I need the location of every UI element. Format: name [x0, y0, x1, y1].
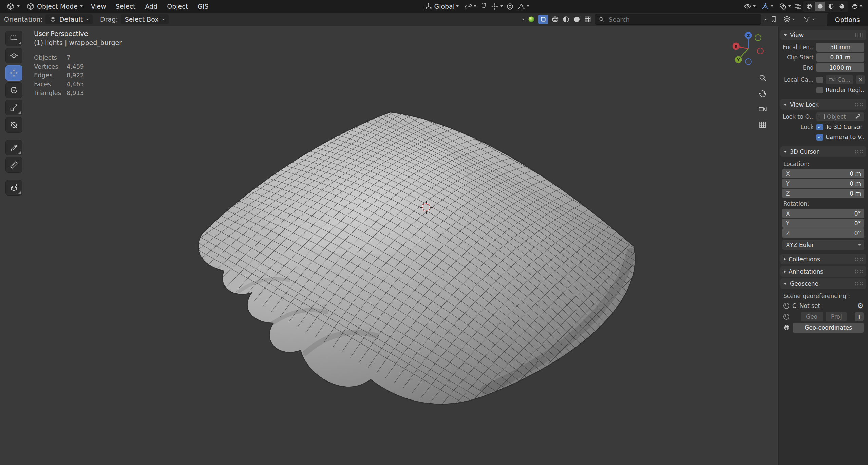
- plus-icon: +: [856, 313, 862, 320]
- gizmo-axis-neg-z[interactable]: [745, 59, 751, 65]
- drag-mode-dropdown[interactable]: Select Box: [121, 14, 169, 24]
- swatch-sphere-icon[interactable]: [527, 15, 535, 23]
- object-type-visibility-dropdown[interactable]: [741, 2, 758, 11]
- georeferencing-label: Scene georeferencing :: [782, 291, 864, 300]
- tool-move[interactable]: [5, 65, 22, 81]
- clip-start-field[interactable]: 0.01 m: [816, 53, 864, 62]
- chevron-down-icon: [792, 19, 795, 20]
- tool-scale[interactable]: [5, 100, 22, 115]
- camera-to-view-checkbox[interactable]: ✓: [816, 134, 823, 141]
- local-camera-checkbox[interactable]: [816, 77, 823, 83]
- radio-icon[interactable]: [783, 314, 789, 320]
- chevron-down-icon[interactable]: [764, 19, 767, 20]
- tool-transform[interactable]: [5, 117, 22, 133]
- annotate-pencil-icon: [9, 143, 19, 152]
- geo-button[interactable]: Geo: [801, 312, 823, 321]
- search-input[interactable]: [608, 16, 758, 23]
- eyedropper-icon[interactable]: [855, 113, 862, 120]
- add-crs-button[interactable]: +: [855, 312, 864, 321]
- to-3d-cursor-checkbox[interactable]: ✓: [816, 124, 823, 130]
- show-overlays-dropdown[interactable]: [776, 2, 793, 11]
- gizmo-axis-neg-x[interactable]: [757, 48, 763, 54]
- render-region-checkbox[interactable]: [816, 87, 823, 93]
- cursor-rotation-z[interactable]: Z0°: [782, 228, 864, 238]
- tool-cursor[interactable]: [5, 48, 22, 63]
- cursor-location-x[interactable]: X0 m: [782, 169, 864, 178]
- tool-add-cube[interactable]: [5, 180, 22, 196]
- snap-settings-dropdown[interactable]: [488, 2, 505, 11]
- focal-length-field[interactable]: 50 mm: [816, 43, 864, 52]
- cursor-rotation-y[interactable]: Y0°: [782, 219, 864, 228]
- viewport-3d[interactable]: [0, 0, 868, 465]
- options-tab[interactable]: Options: [827, 13, 868, 26]
- sphere-option-a-icon[interactable]: [551, 15, 559, 23]
- geo-coordinates-button[interactable]: Geo-coordinates: [793, 323, 864, 333]
- rotation-mode-dropdown[interactable]: XYZ Euler: [782, 240, 864, 250]
- panel-title: Geoscene: [790, 280, 818, 287]
- cursor-rotation-x[interactable]: X0°: [782, 209, 864, 218]
- panel-header-collections[interactable]: Collections: [780, 254, 866, 264]
- tool-rotate[interactable]: [5, 82, 22, 98]
- menu-object[interactable]: Object: [163, 0, 192, 13]
- pan-hand-icon[interactable]: [758, 89, 767, 98]
- shading-material-button[interactable]: [826, 2, 836, 11]
- show-gizmos-dropdown[interactable]: [759, 2, 776, 11]
- clear-camera-button[interactable]: ×: [856, 75, 865, 84]
- gizmo-axis-neg-y[interactable]: [755, 35, 761, 41]
- panel-header-geoscene[interactable]: Geoscene: [780, 278, 866, 289]
- proportional-editing-icon[interactable]: [506, 2, 514, 11]
- chevron-down-icon[interactable]: [522, 19, 525, 20]
- shading-rendered-button[interactable]: [837, 2, 847, 11]
- proj-button[interactable]: Proj: [826, 312, 847, 321]
- sphere-option-b-icon[interactable]: [562, 15, 570, 23]
- tool-measure[interactable]: [5, 157, 22, 173]
- filter-dropdown[interactable]: [800, 15, 817, 23]
- menu-view[interactable]: View: [87, 0, 111, 13]
- cursor-location-y[interactable]: Y0 m: [782, 179, 864, 188]
- viewport-toggle-button[interactable]: [538, 15, 548, 24]
- search-box[interactable]: [595, 14, 761, 25]
- shading-solid-button[interactable]: [815, 2, 825, 11]
- visibility-eye-icon: [743, 2, 752, 11]
- stat-row: Edges8,922: [34, 71, 122, 80]
- snap-toggle-icon[interactable]: [479, 2, 488, 11]
- panel-header-view-lock[interactable]: View Lock: [780, 99, 866, 110]
- cursor-location-z[interactable]: Z0 m: [782, 189, 864, 198]
- menu-add[interactable]: Add: [140, 0, 162, 13]
- grid-export-icon[interactable]: [584, 15, 592, 23]
- panel-header-annotations[interactable]: Annotations: [780, 266, 866, 277]
- lock-to-object-field[interactable]: Object: [816, 112, 864, 121]
- transform-orientation-dropdown[interactable]: Global: [422, 2, 461, 11]
- panel-header-3d-cursor[interactable]: 3D Cursor: [780, 146, 866, 157]
- tool-select-box[interactable]: [5, 31, 22, 46]
- clip-end-field[interactable]: 1000 m: [816, 63, 864, 72]
- orientation-default-dropdown[interactable]: Default: [45, 14, 93, 24]
- radio-icon[interactable]: [783, 303, 789, 309]
- measure-ruler-icon: [9, 160, 19, 170]
- pivot-point-dropdown[interactable]: [462, 2, 479, 11]
- proportional-falloff-dropdown[interactable]: [515, 2, 532, 11]
- navigation-gizmo[interactable]: Z X Y: [728, 29, 768, 69]
- add-cube-icon: [9, 183, 19, 192]
- menu-gis[interactable]: GIS: [193, 0, 213, 13]
- local-camera-field[interactable]: Ca...: [826, 75, 853, 84]
- zoom-icon[interactable]: [758, 73, 767, 82]
- crs-settings-button[interactable]: ⚙: [857, 302, 864, 310]
- tool-settings-bar: Orientation: Default Drag: Select Box: [0, 13, 868, 26]
- shading-dropdown[interactable]: [849, 3, 865, 10]
- camera-to-view-label: Camera to V...: [826, 134, 864, 141]
- toggle-xray-icon[interactable]: [794, 2, 802, 11]
- mode-dropdown[interactable]: Object Mode: [23, 1, 86, 12]
- layers-dropdown[interactable]: [780, 15, 797, 23]
- sphere-option-c-icon[interactable]: [573, 15, 581, 23]
- panel-header-view[interactable]: View: [780, 30, 866, 40]
- menu-select[interactable]: Select: [111, 0, 140, 13]
- toggle-ortho-icon[interactable]: [758, 120, 767, 129]
- editor-type-button[interactable]: [3, 1, 23, 12]
- camera-view-icon[interactable]: [758, 105, 767, 114]
- wireframe-sphere-icon: [806, 3, 813, 10]
- snap-target-icon: [491, 2, 499, 11]
- tool-annotate[interactable]: [5, 140, 22, 155]
- shading-wireframe-button[interactable]: [804, 2, 814, 11]
- bookmark-icon[interactable]: [770, 15, 778, 23]
